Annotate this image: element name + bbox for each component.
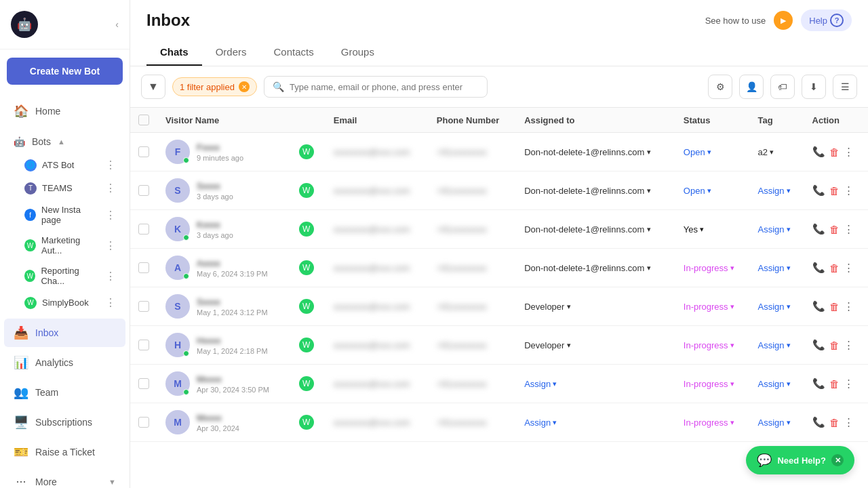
delete-action-button[interactable]: 🗑 — [829, 340, 840, 351]
tag-cell[interactable]: Assign ▾ — [750, 365, 804, 403]
status-cell[interactable]: Open ▾ — [675, 133, 750, 171]
sidebar-item-simplybook[interactable]: W SimplyBook ⋮ — [4, 291, 125, 314]
call-action-button[interactable]: 📞 — [812, 146, 825, 158]
delete-action-button[interactable]: 🗑 — [829, 146, 840, 158]
sidebar-item-home[interactable]: 🏠 Home — [4, 97, 125, 125]
assigned-to-email[interactable]: Don-not-delete-1@relinns.com ▾ — [524, 186, 667, 196]
call-action-button[interactable]: 📞 — [812, 223, 825, 235]
download-action-button[interactable]: ⬇ — [802, 75, 826, 99]
menu-action-button[interactable]: ☰ — [833, 75, 857, 99]
search-input[interactable] — [290, 82, 479, 92]
tag-assign[interactable]: Assign ▾ — [758, 302, 796, 312]
settings-action-button[interactable]: ⚙ — [708, 75, 732, 99]
sidebar-item-raise-ticket[interactable]: 🎫 Raise a Ticket — [4, 438, 125, 466]
row-checkbox[interactable] — [138, 301, 149, 312]
delete-action-button[interactable]: 🗑 — [829, 224, 840, 235]
assigned-to-cell[interactable]: Don-not-delete-1@relinns.com ▾ — [516, 249, 675, 287]
assigned-to-developer[interactable]: Developer ▾ — [524, 302, 667, 312]
status-cell[interactable]: In-progress ▾ — [675, 326, 750, 365]
remove-filter-button[interactable]: ✕ — [239, 81, 250, 92]
tag-badge[interactable]: a2 ▾ — [758, 147, 796, 157]
need-help-bubble[interactable]: 💬 Need Help? ✕ — [746, 446, 854, 474]
call-action-button[interactable]: 📞 — [812, 339, 825, 351]
tag-cell[interactable]: a2 ▾ — [750, 133, 804, 171]
more-action-button[interactable]: ⋮ — [844, 184, 854, 197]
tag-assign[interactable]: Assign ▾ — [758, 379, 796, 389]
row-checkbox[interactable] — [138, 262, 149, 273]
row-checkbox[interactable] — [138, 224, 149, 235]
tag-cell[interactable]: Assign ▾ — [750, 249, 804, 287]
more-action-button[interactable]: ⋮ — [844, 416, 854, 428]
sidebar-item-analytics[interactable]: 📊 Analytics — [4, 348, 125, 377]
tab-chats[interactable]: Chats — [146, 39, 202, 66]
bot-more-icon[interactable]: ⋮ — [105, 239, 116, 252]
assigned-to-cell[interactable]: Assign ▾ — [516, 365, 675, 403]
status-badge[interactable]: Open ▾ — [684, 147, 742, 157]
status-badge[interactable]: Open ▾ — [684, 186, 742, 196]
tag-cell[interactable]: Assign ▾ — [750, 171, 804, 210]
bot-more-icon[interactable]: ⋮ — [105, 159, 116, 171]
assigned-to-assign[interactable]: Assign ▾ — [524, 379, 667, 389]
status-badge[interactable]: In-progress ▾ — [684, 263, 742, 273]
assigned-to-cell[interactable]: Developer ▾ — [516, 326, 675, 365]
status-badge[interactable]: In-progress ▾ — [684, 379, 742, 389]
search-box[interactable]: 🔍 — [264, 76, 488, 98]
delete-action-button[interactable]: 🗑 — [829, 185, 840, 197]
status-badge[interactable]: In-progress ▾ — [684, 340, 742, 350]
row-checkbox[interactable] — [138, 378, 149, 389]
assigned-to-developer[interactable]: Developer ▾ — [524, 340, 667, 350]
bot-more-icon[interactable]: ⋮ — [105, 270, 116, 283]
assigned-to-cell[interactable]: Don-not-delete-1@relinns.com ▾ — [516, 210, 675, 249]
filter-button[interactable]: ▼ — [141, 75, 165, 99]
sidebar-item-teams[interactable]: T TEAMS ⋮ — [4, 177, 125, 199]
assigned-to-cell[interactable]: Don-not-delete-1@relinns.com ▾ — [516, 171, 675, 210]
tag-assign[interactable]: Assign ▾ — [758, 340, 796, 350]
tag-action-button[interactable]: 🏷 — [770, 75, 795, 99]
play-button[interactable]: ▶ — [774, 11, 793, 30]
sidebar-item-new-insta[interactable]: f New Insta page ⋮ — [4, 200, 125, 230]
delete-action-button[interactable]: 🗑 — [829, 378, 840, 390]
bots-header[interactable]: 🤖 Bots ▲ — [4, 131, 125, 152]
more-action-button[interactable]: ⋮ — [844, 223, 854, 235]
status-cell[interactable]: In-progress ▾ — [675, 403, 750, 442]
row-checkbox[interactable] — [138, 340, 149, 350]
tab-groups[interactable]: Groups — [328, 39, 388, 66]
status-cell[interactable]: Yes ▾ — [675, 210, 750, 249]
tag-assign[interactable]: Assign ▾ — [758, 224, 796, 235]
status-badge[interactable]: Yes ▾ — [684, 224, 742, 235]
bot-more-icon[interactable]: ⋮ — [105, 209, 116, 222]
tab-contacts[interactable]: Contacts — [260, 39, 328, 66]
bot-more-icon[interactable]: ⋮ — [105, 182, 116, 195]
tag-cell[interactable]: Assign ▾ — [750, 210, 804, 249]
assigned-to-assign[interactable]: Assign ▾ — [524, 418, 667, 428]
assigned-to-cell[interactable]: Developer ▾ — [516, 287, 675, 326]
assigned-to-email[interactable]: Don-not-delete-1@relinns.com ▾ — [524, 263, 667, 273]
tag-cell[interactable]: Assign ▾ — [750, 326, 804, 365]
more-action-button[interactable]: ⋮ — [844, 262, 854, 274]
assigned-to-cell[interactable]: Don-not-delete-1@relinns.com ▾ — [516, 133, 675, 171]
status-badge[interactable]: In-progress ▾ — [684, 302, 742, 312]
tag-assign[interactable]: Assign ▾ — [758, 186, 796, 196]
sidebar-item-team[interactable]: 👥 Team — [4, 378, 125, 407]
help-button[interactable]: Help ? — [801, 9, 852, 31]
sidebar-item-inbox[interactable]: 📥 Inbox — [4, 319, 125, 347]
call-action-button[interactable]: 📞 — [812, 300, 825, 312]
create-bot-button[interactable]: Create New Bot — [7, 58, 123, 85]
status-cell[interactable]: In-progress ▾ — [675, 249, 750, 287]
row-checkbox[interactable] — [138, 417, 149, 428]
sidebar-item-reporting[interactable]: W Reporting Cha... ⋮ — [4, 261, 125, 291]
sidebar-item-ats-bot[interactable]: 🌐 ATS Bot ⋮ — [4, 154, 125, 176]
collapse-button[interactable]: ‹ — [115, 19, 119, 30]
status-cell[interactable]: In-progress ▾ — [675, 287, 750, 326]
more-action-button[interactable]: ⋮ — [844, 378, 854, 390]
assigned-to-cell[interactable]: Assign ▾ — [516, 403, 675, 442]
call-action-button[interactable]: 📞 — [812, 184, 825, 197]
call-action-button[interactable]: 📞 — [812, 378, 825, 390]
assign-user-action-button[interactable]: 👤 — [739, 75, 764, 99]
delete-action-button[interactable]: 🗑 — [829, 262, 840, 274]
assigned-to-email[interactable]: Don-not-delete-1@relinns.com ▾ — [524, 147, 667, 157]
select-all-checkbox[interactable] — [138, 115, 149, 125]
sidebar-item-subscriptions[interactable]: 🖥️ Subscriptions — [4, 408, 125, 436]
tab-orders[interactable]: Orders — [202, 39, 260, 66]
status-cell[interactable]: In-progress ▾ — [675, 365, 750, 403]
